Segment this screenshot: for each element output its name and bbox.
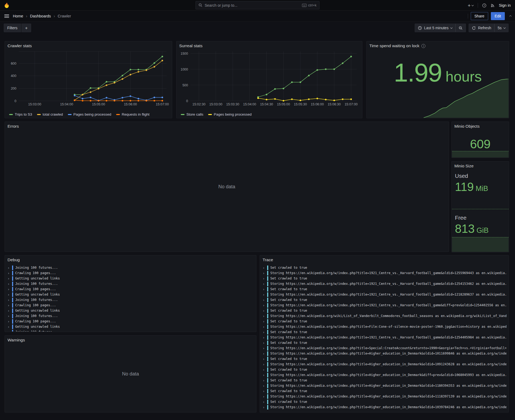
log-row[interactable]: Set crawled to true xyxy=(263,367,506,372)
panel-title[interactable]: Errors xyxy=(8,124,19,129)
log-row[interactable]: Set crawled to true xyxy=(263,340,506,345)
log-row[interactable]: Storing https://en.wikipedia.org/w/index… xyxy=(263,372,506,378)
panel-minio-size: Minio Size Used 119MiB Free 813GiB xyxy=(451,161,509,252)
refresh-button[interactable]: Refresh xyxy=(469,24,494,32)
log-row[interactable]: Joining 100 futures... xyxy=(8,329,254,331)
log-level-bar xyxy=(267,389,268,393)
log-level-bar xyxy=(267,362,268,367)
edit-button[interactable]: Edit xyxy=(491,12,505,20)
log-row[interactable]: Set crawled to true xyxy=(263,276,506,281)
legend-item[interactable]: Trips to S3 xyxy=(9,112,32,116)
breadcrumb-dashboards[interactable]: Dashboards xyxy=(30,14,51,18)
log-row[interactable]: Storing https://en.wikipedia.org/w/index… xyxy=(263,281,506,286)
log-row[interactable]: Joining 100 futures... xyxy=(8,297,254,303)
log-level-bar xyxy=(12,271,13,275)
search-input[interactable]: Search or jump to... ctrl+k xyxy=(196,1,319,9)
legend-swatch xyxy=(68,114,72,115)
log-row[interactable]: Joining 100 futures... xyxy=(8,281,254,286)
grafana-logo-icon[interactable] xyxy=(3,2,10,9)
crawler-stats-chart[interactable]: 020040060015:03:0015:04:0015:05:0015:06:… xyxy=(7,49,170,107)
log-level-bar xyxy=(12,308,13,313)
log-level-bar xyxy=(267,351,268,356)
menu-toggle-icon[interactable] xyxy=(4,14,9,18)
log-row[interactable]: Storing https://en.wikipedia.org/w/index… xyxy=(263,303,506,308)
log-row[interactable]: Storing https://en.wikipedia.org/w/index… xyxy=(263,292,506,297)
log-text: Storing https://en.wikipedia.org/w/index… xyxy=(270,373,506,377)
sign-in-button[interactable]: Sign in xyxy=(499,3,511,8)
log-row[interactable]: Storing https://en.wikipedia.org/w/index… xyxy=(263,345,506,351)
legend-item[interactable]: total crawled xyxy=(37,112,63,116)
minio-objects-value: 609 xyxy=(452,137,509,151)
panel-surreal-stats: Surreal stats 05001000150015:02:3015:03:… xyxy=(176,41,362,118)
log-text: Storing https://en.wikipedia.org/w/index… xyxy=(270,282,506,286)
breadcrumb: Home › Dashboards › Crawler xyxy=(13,14,71,18)
panel-title[interactable]: Debug xyxy=(8,257,20,262)
log-level-bar xyxy=(267,367,268,372)
legend-item[interactable]: Requests in flight xyxy=(116,112,150,116)
panel-title[interactable]: Minio Size xyxy=(454,164,474,168)
info-icon[interactable]: i xyxy=(421,44,425,48)
log-row[interactable]: Set crawled to true xyxy=(263,378,506,383)
log-row[interactable]: Set crawled to true xyxy=(263,399,506,404)
refresh-interval-label: 5s xyxy=(498,26,502,30)
filters-button[interactable]: Filters xyxy=(4,24,21,32)
keyboard-icon xyxy=(302,4,307,7)
log-row[interactable]: Set crawled to true xyxy=(263,356,506,362)
log-row[interactable]: Getting uncrawled links xyxy=(8,292,254,297)
log-level-bar xyxy=(267,335,268,340)
panel-title[interactable]: Surreal stats xyxy=(179,43,203,48)
time-range-picker[interactable]: Last 5 minutes xyxy=(415,24,455,32)
log-row[interactable]: Crawling 100 pages... xyxy=(8,303,254,308)
log-row[interactable]: Crawling 100 pages... xyxy=(8,286,254,292)
news-button[interactable] xyxy=(491,3,495,8)
log-row[interactable]: Set crawled to true xyxy=(263,319,506,324)
legend-item[interactable]: Pages being processed xyxy=(68,112,111,116)
log-row[interactable]: Set crawled to true xyxy=(263,265,506,270)
log-row[interactable]: Crawling 100 pages... xyxy=(8,270,254,276)
log-row[interactable]: Set crawled to true xyxy=(263,297,506,303)
add-new-button[interactable]: + xyxy=(468,3,473,8)
log-row[interactable]: Storing https://en.wikipedia.org/w/index… xyxy=(263,383,506,388)
log-row[interactable]: Storing https://en.wikipedia.org/w/index… xyxy=(263,394,506,399)
log-row[interactable]: Joining 100 futures... xyxy=(8,313,254,319)
panel-trace: Trace Set crawled to trueStoring https:/… xyxy=(260,255,509,412)
log-row[interactable]: Getting uncrawled links xyxy=(8,308,254,313)
log-row[interactable]: Set crawled to true xyxy=(263,286,506,292)
share-button[interactable]: Share xyxy=(471,12,488,20)
help-button[interactable]: ? xyxy=(482,3,486,8)
log-row[interactable]: Set crawled to true xyxy=(263,308,506,313)
log-row[interactable]: Set crawled to true xyxy=(263,329,506,335)
divider xyxy=(468,14,468,19)
panel-title[interactable]: Warnings xyxy=(8,338,25,342)
panel-title[interactable]: Minio Objects xyxy=(454,124,480,129)
log-row[interactable]: Crawling 100 pages... xyxy=(8,319,254,324)
log-row[interactable]: Storing https://en.wikipedia.org/w/index… xyxy=(263,351,506,356)
log-level-bar xyxy=(267,330,268,334)
legend-item[interactable]: Store calls xyxy=(181,112,203,116)
panel-title[interactable]: Crawler stats xyxy=(8,43,32,48)
refresh-interval-picker[interactable]: 5s xyxy=(494,24,509,32)
log-row[interactable]: Storing https://en.wikipedia.org/wiki/Li… xyxy=(263,313,506,319)
log-row[interactable]: Storing https://en.wikipedia.org/w/index… xyxy=(263,335,506,340)
chevron-up-icon[interactable] xyxy=(509,15,512,17)
log-row[interactable]: Storing https://en.wikipedia.org/w/index… xyxy=(263,270,506,276)
log-row[interactable]: Getting uncrawled links xyxy=(8,324,254,329)
log-row[interactable]: Storing https://en.wikipedia.org/w/index… xyxy=(263,404,506,410)
panel-title[interactable]: Trace xyxy=(263,257,273,262)
legend-item[interactable]: Pages being processed xyxy=(208,112,252,116)
log-row[interactable]: Storing https://en.wikipedia.org/w/index… xyxy=(263,362,506,367)
log-row[interactable]: Joining 100 futures... xyxy=(8,265,254,270)
log-row[interactable]: Getting uncrawled links xyxy=(8,276,254,281)
surreal-stats-chart[interactable]: 05001000150015:02:3015:03:0015:03:3015:0… xyxy=(179,49,360,107)
help-icon: ? xyxy=(482,3,486,8)
zoom-out-button[interactable] xyxy=(455,24,466,32)
log-row[interactable]: Set crawled to true xyxy=(263,388,506,394)
breadcrumb-home[interactable]: Home xyxy=(13,14,23,18)
minio-used-stat: Used 119MiB xyxy=(455,173,488,194)
log-text: Set crawled to true xyxy=(270,341,307,345)
add-filter-button[interactable]: + xyxy=(21,24,31,32)
log-level-bar xyxy=(12,325,13,329)
log-level-bar xyxy=(12,292,13,297)
panel-title[interactable]: Time spend waiting on lock i xyxy=(369,43,425,48)
log-row[interactable]: Storing https://en.wikipedia.org/w/index… xyxy=(263,324,506,329)
